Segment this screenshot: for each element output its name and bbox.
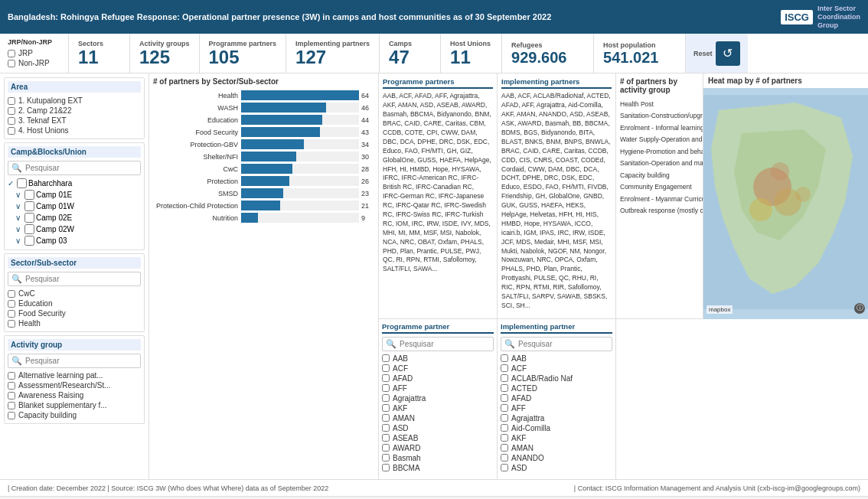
impl-filter-aman[interactable]: AMAN (501, 443, 612, 453)
bar-label: Education (153, 116, 241, 124)
bar-label: Protection-GBV (153, 141, 241, 148)
camp-search-input[interactable] (25, 164, 137, 172)
map-column: Heat map by # of partners mapbox ⓘ (703, 73, 868, 318)
impl-filter-aclab[interactable]: ACLAB/Radio Naf (501, 373, 612, 383)
camp-checkbox-baharchhara[interactable] (17, 178, 27, 188)
prog-filter-input[interactable] (400, 340, 490, 348)
impl-filter-aab[interactable]: AAB (501, 354, 612, 364)
bar-row: SMSD23 (153, 188, 374, 198)
camp-tree-item-01w[interactable]: ∨ Camp 01W (8, 201, 141, 212)
impl-filter-agrajattra[interactable]: Agrajattra (501, 413, 612, 423)
activity-item-1[interactable]: Alternative learning pat... (8, 370, 141, 380)
camp-search-box[interactable]: 🔍 (8, 161, 141, 175)
prog-filter-award[interactable]: AWARD (382, 443, 494, 453)
camp-checkbox-01e[interactable] (24, 190, 34, 200)
non-jrp-checkbox-label[interactable]: Non-JRP (8, 58, 60, 68)
camp-checkbox-02e[interactable] (24, 213, 34, 223)
activity-checkbox-3[interactable] (8, 392, 15, 400)
sector-checkbox-food-security[interactable] (8, 310, 15, 318)
prog-filter-afad[interactable]: AFAD (382, 373, 494, 383)
bar-label: Nutrition (153, 214, 241, 222)
activity-checkbox-5[interactable] (8, 412, 15, 419)
impl-filter-input[interactable] (518, 340, 609, 348)
prog-filter-aman[interactable]: AMAN (382, 413, 494, 423)
left-column: Area 1. Kutupalong EXT 2. Camp 21&22 3. … (0, 73, 149, 479)
prog-filter-aff[interactable]: AFF (382, 383, 494, 393)
prog-filter-search[interactable]: 🔍 (382, 337, 494, 351)
act-bar-label: Water Supply-Operation and maintenance o… (620, 135, 703, 143)
jrp-checkbox[interactable] (8, 50, 15, 57)
impl-filter-aff[interactable]: AFF (501, 403, 612, 413)
stats-bar: JRP/Non-JRP JRP Non-JRP Sectors 11 Activ… (0, 34, 868, 73)
impl-filter-anando[interactable]: ANANDO (501, 453, 612, 463)
reset-button[interactable]: ↺ (716, 41, 740, 66)
camp-tree-item-03[interactable]: ∨ Camp 03 (8, 235, 141, 246)
impl-filter-afad[interactable]: AFAD (501, 393, 612, 403)
impl-filter-akf[interactable]: AKF (501, 433, 612, 443)
sector-item-food-security[interactable]: Food Security (8, 308, 141, 318)
sector-search-box[interactable]: 🔍 (8, 272, 141, 286)
search-icon-sector: 🔍 (11, 274, 22, 284)
prog-filter-agrajattra[interactable]: Agrajattra (382, 393, 494, 403)
map-info-icon[interactable]: ⓘ (854, 303, 865, 314)
prog-filter-bbcma[interactable]: BBCMA (382, 463, 494, 473)
impl-filter-aid-comilla[interactable]: Aid-Comilla (501, 423, 612, 433)
area-item-1[interactable]: 1. Kutupalong EXT (8, 96, 141, 106)
host-population-label: Host population (603, 41, 656, 49)
prog-filter-acf[interactable]: ACF (382, 364, 494, 373)
area-item-4[interactable]: 4. Host Unions (8, 126, 141, 135)
bar-row: Food Security43 (153, 127, 374, 137)
non-jrp-checkbox[interactable] (8, 60, 15, 67)
camp-tree-item-02e[interactable]: ∨ Camp 02E (8, 212, 141, 223)
sector-checkbox-education[interactable] (8, 300, 15, 308)
reset-label: Reset (693, 50, 713, 57)
content-area: Area 1. Kutupalong EXT 2. Camp 21&22 3. … (0, 73, 868, 479)
sector-item-cwc[interactable]: CwC (8, 289, 141, 298)
sector-search-input[interactable] (25, 275, 137, 283)
activity-checkbox-1[interactable] (8, 372, 15, 380)
footer-contact: | Contact: ISCG Information Management a… (574, 484, 860, 492)
activity-search-input[interactable] (25, 357, 137, 365)
prog-filter-aseab[interactable]: ASEAB (382, 433, 494, 443)
activity-checkbox-4[interactable] (8, 402, 15, 409)
prog-filter-basmah[interactable]: Basmah (382, 453, 494, 463)
camp-checkbox-02w[interactable] (24, 224, 34, 234)
impl-filter-search[interactable]: 🔍 (501, 337, 612, 351)
impl-filter-acf[interactable]: ACF (501, 364, 612, 373)
logo-area: ISCG Inter SectorCoordinationGroup (781, 5, 860, 29)
area-section: Area 1. Kutupalong EXT 2. Camp 21&22 3. … (4, 77, 145, 139)
impl-filter-acted[interactable]: ACTED (501, 383, 612, 393)
area-checkbox-1[interactable] (8, 97, 15, 105)
area-checkbox-3[interactable] (8, 117, 15, 125)
area-checkbox-4[interactable] (8, 127, 15, 135)
activity-item-3[interactable]: Awareness Raising (8, 390, 141, 400)
jrp-checkbox-label[interactable]: JRP (8, 48, 60, 58)
sector-item-education[interactable]: Education (8, 298, 141, 308)
prog-filter-asd[interactable]: ASD (382, 423, 494, 433)
sector-checkbox-cwc[interactable] (8, 290, 15, 298)
sector-item-health[interactable]: Health (8, 318, 141, 328)
prog-filter-akf[interactable]: AKF (382, 403, 494, 413)
camp-checkbox-03[interactable] (24, 236, 34, 246)
act-bar-label: Sanitation-Construction/upgrade of facil… (620, 112, 703, 119)
camp-tree-item-01e[interactable]: ∨ Camp 01E (8, 189, 141, 201)
camps-stat: Camps 47 (380, 34, 441, 73)
bar-value: 44 (359, 116, 374, 124)
prog-filter-aab[interactable]: AAB (382, 354, 494, 364)
activity-search-box[interactable]: 🔍 (8, 354, 141, 368)
camp-tree-item-baharchhara[interactable]: ✓ Baharchhara (8, 178, 141, 189)
activity-item-2[interactable]: Assessment/Research/St... (8, 380, 141, 390)
camp-tree-item-02w[interactable]: ∨ Camp 02W (8, 223, 141, 235)
impl-filter-asd[interactable]: ASD (501, 463, 612, 473)
area-item-2[interactable]: 2. Camp 21&22 (8, 106, 141, 116)
activity-checkbox-2[interactable] (8, 382, 15, 390)
sectors-stat: Sectors 11 (69, 34, 130, 73)
camp-checkbox-01w[interactable] (24, 201, 34, 211)
area-item-3[interactable]: 3. Teknaf EXT (8, 116, 141, 126)
footer-creation: | Creation date: December 2022 | Source:… (8, 484, 328, 492)
activity-item-5[interactable]: Capacity building (8, 410, 141, 420)
act-bar-row: Sanitation-Operation and maintenance of … (620, 158, 699, 168)
activity-item-4[interactable]: Blanket supplementary f... (8, 400, 141, 410)
area-checkbox-2[interactable] (8, 107, 15, 115)
sector-checkbox-health[interactable] (8, 320, 15, 328)
